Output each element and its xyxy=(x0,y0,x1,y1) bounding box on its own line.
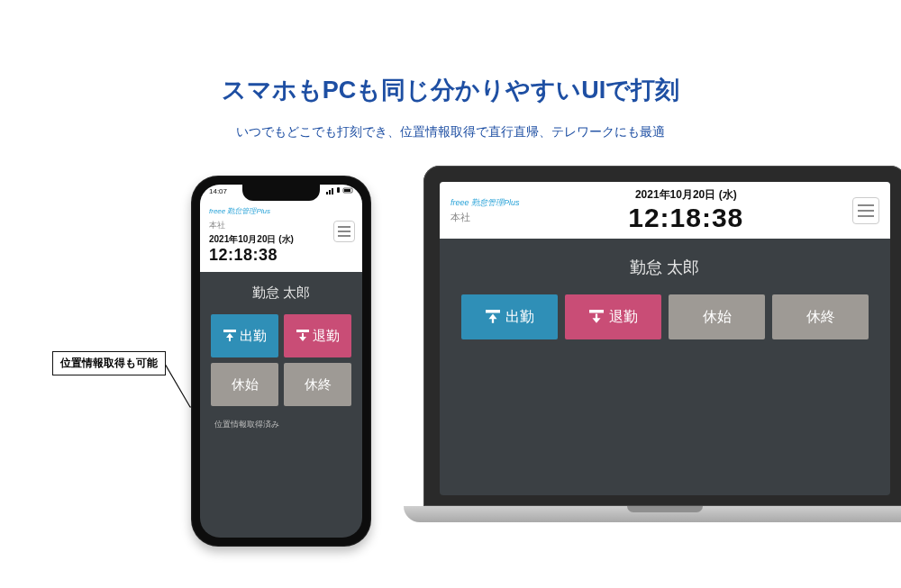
laptop-header-left: freee 勤怠管理Plus 本社 xyxy=(450,197,520,224)
laptop-base xyxy=(404,506,901,522)
laptop-clock-in-button[interactable]: 出勤 xyxy=(461,294,558,339)
clock-out-icon xyxy=(296,330,309,342)
laptop-date-label: 2021年10月20日 (水) xyxy=(520,187,852,203)
laptop-device-frame: freee 勤怠管理Plus 本社 2021年10月20日 (水) 12:18:… xyxy=(404,166,901,522)
phone-device-frame: 14:07 freee 勤怠管理Plus 本社 2021年10月20日 (水) … xyxy=(191,176,371,547)
laptop-break-start-button[interactable]: 休始 xyxy=(669,294,765,339)
phone-punch-buttons: 出勤 退勤 休始 休終 xyxy=(211,314,351,406)
laptop-time-label: 12:18:38 xyxy=(520,203,852,233)
laptop-break-end-label: 休終 xyxy=(806,308,835,327)
clock-in-icon xyxy=(486,310,500,324)
svg-rect-3 xyxy=(337,187,340,193)
hamburger-icon xyxy=(858,204,874,206)
laptop-clock-out-button[interactable]: 退勤 xyxy=(565,294,661,339)
laptop-clock-out-label: 退勤 xyxy=(609,308,638,327)
phone-break-end-button[interactable]: 休終 xyxy=(284,363,351,406)
phone-clock-in-label: 出勤 xyxy=(240,328,267,345)
phone-clock-out-label: 退勤 xyxy=(313,328,340,345)
laptop-break-end-button[interactable]: 休終 xyxy=(772,294,869,339)
laptop-location-label: 本社 xyxy=(450,211,520,224)
laptop-datetime-block: 2021年10月20日 (水) 12:18:38 xyxy=(520,187,852,233)
svg-rect-2 xyxy=(332,188,333,194)
phone-break-end-label: 休終 xyxy=(305,376,332,394)
laptop-user-name: 勤怠 太郎 xyxy=(461,257,869,278)
phone-break-start-label: 休始 xyxy=(232,376,259,394)
laptop-lid: freee 勤怠管理Plus 本社 2021年10月20日 (水) 12:18:… xyxy=(423,166,901,506)
svg-rect-0 xyxy=(326,192,328,194)
laptop-screen: freee 勤怠管理Plus 本社 2021年10月20日 (水) 12:18:… xyxy=(440,182,890,495)
phone-user-name: 勤怠 太郎 xyxy=(211,285,351,302)
phone-clock-out-button[interactable]: 退勤 xyxy=(284,314,351,357)
laptop-clock-in-label: 出勤 xyxy=(505,308,534,327)
phone-app-body: 勤怠 太郎 出勤 退勤 休始 休終 xyxy=(200,272,362,443)
laptop-punch-buttons: 出勤 退勤 休始 休終 xyxy=(461,294,869,339)
laptop-app-body: 勤怠 太郎 出勤 退勤 休始 xyxy=(440,239,890,357)
clock-out-icon xyxy=(589,310,604,324)
clock-in-icon xyxy=(223,330,236,342)
phone-menu-button[interactable] xyxy=(333,221,355,242)
phone-clock-in-button[interactable]: 出勤 xyxy=(211,314,278,357)
phone-status-icons xyxy=(326,187,353,196)
svg-rect-1 xyxy=(329,190,331,194)
phone-geo-status: 位置情報取得済み xyxy=(211,419,351,430)
phone-time-label: 12:18:38 xyxy=(209,246,353,265)
page-headline: スマホもPCも同じ分かりやすいUIで打刻 xyxy=(0,74,901,106)
phone-date-label: 2021年10月20日 (水) xyxy=(209,233,353,246)
laptop-break-start-label: 休始 xyxy=(703,308,732,327)
laptop-menu-button[interactable] xyxy=(852,197,879,224)
phone-location-label: 本社 xyxy=(209,220,353,231)
hamburger-icon xyxy=(338,226,350,228)
phone-break-start-button[interactable]: 休始 xyxy=(211,363,278,406)
phone-brand-label: freee 勤怠管理Plus xyxy=(209,206,353,216)
page-subheadline: いつでもどこでも打刻でき、位置情報取得で直行直帰、テレワークにも最適 xyxy=(0,124,901,140)
phone-status-time: 14:07 xyxy=(209,187,227,196)
svg-rect-5 xyxy=(344,189,350,192)
phone-status-bar: 14:07 xyxy=(209,187,353,196)
laptop-brand-label: freee 勤怠管理Plus xyxy=(450,197,520,209)
laptop-app-header: freee 勤怠管理Plus 本社 2021年10月20日 (水) 12:18:… xyxy=(440,182,890,239)
annotation-callout: 位置情報取得も可能 xyxy=(52,351,166,375)
phone-screen: 14:07 freee 勤怠管理Plus 本社 2021年10月20日 (水) … xyxy=(200,185,362,538)
